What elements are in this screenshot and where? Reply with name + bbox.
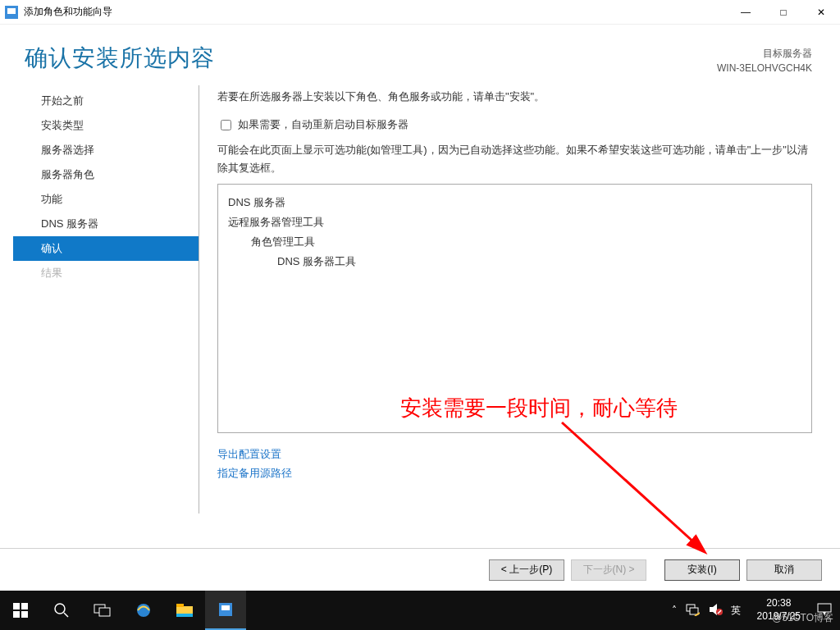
- taskbar-file-explorer[interactable]: [164, 591, 205, 630]
- wizard-window: 添加角色和功能向导 — □ ✕ 确认安装所选内容 目标服务器 WIN-3ELOH…: [0, 0, 840, 591]
- tray-network-icon[interactable]: [685, 603, 700, 619]
- svg-rect-16: [690, 608, 698, 614]
- step-installation-type[interactable]: 安装类型: [38, 113, 199, 138]
- step-sidebar: 开始之前 安装类型 服务器选择 服务器角色 功能 DNS 服务器 确认 结果: [38, 82, 199, 548]
- taskbar[interactable]: ˄ 英 20:38 2019/7/25: [0, 591, 840, 630]
- close-button[interactable]: ✕: [802, 0, 840, 25]
- clock-time: 20:38: [757, 597, 801, 610]
- auto-restart-row: 如果需要，自动重新启动目标服务器: [217, 117, 812, 133]
- window-title: 添加角色和功能向导: [24, 5, 727, 19]
- auto-restart-checkbox[interactable]: [221, 120, 231, 130]
- window-controls: — □ ✕: [727, 0, 840, 25]
- header: 确认安装所选内容 目标服务器 WIN-3ELOHVGCH4K: [0, 25, 840, 82]
- step-features[interactable]: 功能: [38, 187, 199, 212]
- previous-button[interactable]: < 上一步(P): [489, 559, 564, 581]
- watermark: @51CTO博客: [772, 611, 833, 625]
- svg-line-6: [64, 613, 68, 617]
- search-icon: [53, 602, 70, 619]
- taskbar-server-manager[interactable]: [205, 591, 246, 630]
- page-title: 确认安装所选内容: [25, 43, 717, 74]
- server-manager-icon: [217, 600, 235, 619]
- step-before-you-begin[interactable]: 开始之前: [38, 89, 199, 113]
- maximize-button[interactable]: □: [765, 0, 802, 25]
- ime-indicator[interactable]: 英: [731, 604, 741, 618]
- svg-rect-2: [21, 603, 28, 609]
- step-server-roles[interactable]: 服务器角色: [38, 162, 199, 187]
- task-view-button[interactable]: [82, 591, 123, 630]
- folder-icon: [176, 603, 194, 618]
- svg-rect-1: [13, 603, 20, 609]
- svg-rect-11: [176, 604, 184, 607]
- app-icon: [5, 6, 18, 19]
- step-results: 结果: [38, 261, 199, 285]
- search-button[interactable]: [41, 591, 82, 630]
- minimize-button[interactable]: —: [727, 0, 765, 25]
- taskbar-ie-icon[interactable]: [123, 591, 164, 630]
- svg-rect-8: [99, 608, 110, 616]
- step-confirmation[interactable]: 确认: [38, 236, 199, 261]
- svg-rect-14: [221, 605, 230, 610]
- target-server-label: 目标服务器: [717, 46, 812, 61]
- internet-explorer-icon: [135, 601, 153, 619]
- description-text: 若要在所选服务器上安装以下角色、角色服务或功能，请单击"安装"。: [217, 89, 812, 106]
- step-dns-server[interactable]: DNS 服务器: [38, 212, 199, 236]
- svg-rect-4: [21, 611, 28, 618]
- list-item: 角色管理工具: [228, 232, 801, 252]
- tray-chevron-up-icon[interactable]: ˄: [672, 605, 677, 616]
- titlebar[interactable]: 添加角色和功能向导 — □ ✕: [0, 0, 840, 25]
- svg-rect-19: [818, 604, 831, 612]
- target-server-info: 目标服务器 WIN-3ELOHVGCH4K: [717, 46, 812, 75]
- windows-logo-icon: [13, 603, 28, 618]
- svg-point-9: [137, 604, 150, 617]
- list-item: DNS 服务器工具: [228, 252, 801, 272]
- optional-features-note: 可能会在此页面上显示可选功能(如管理工具)，因为已自动选择这些功能。如果不希望安…: [217, 141, 812, 177]
- svg-line-0: [562, 422, 704, 551]
- tray-volume-icon[interactable]: [708, 603, 723, 619]
- annotation-text: 安装需要一段时间，耐心等待: [400, 394, 678, 422]
- annotation-arrow: [558, 418, 730, 566]
- svg-point-5: [55, 604, 65, 614]
- task-view-icon: [94, 603, 112, 618]
- svg-rect-12: [176, 614, 193, 617]
- svg-rect-3: [13, 611, 20, 618]
- cancel-button[interactable]: 取消: [746, 559, 822, 581]
- start-button[interactable]: [0, 591, 41, 630]
- list-item: 远程服务器管理工具: [228, 212, 801, 232]
- target-server-value: WIN-3ELOHVGCH4K: [717, 61, 812, 75]
- step-server-selection[interactable]: 服务器选择: [38, 138, 199, 162]
- auto-restart-label: 如果需要，自动重新启动目标服务器: [238, 117, 409, 132]
- list-item: DNS 服务器: [228, 193, 801, 212]
